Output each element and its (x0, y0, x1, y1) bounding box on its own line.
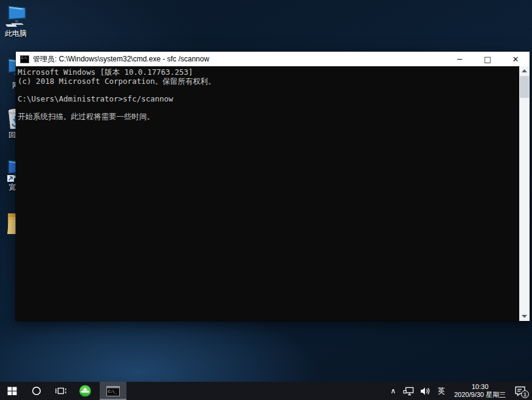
window-titlebar[interactable]: 管理员: C:\Windows\system32\cmd.exe - sfc /… (16, 52, 530, 66)
taskbar: C:\_ ∧ 英 10:30 (0, 382, 532, 400)
console-line (18, 86, 517, 95)
desktop-icon-label: 此电脑 (0, 30, 32, 38)
system-tray: ∧ 英 10:30 2020/9/30 星期三 (386, 382, 532, 400)
scrollbar-thumb[interactable] (520, 76, 529, 98)
notification-badge: 1 (521, 390, 529, 398)
desktop-icon-this-pc[interactable]: 此电脑 (0, 3, 32, 38)
cmd-window: 管理员: C:\Windows\system32\cmd.exe - sfc /… (16, 52, 530, 321)
volume-tray-icon[interactable] (417, 382, 434, 400)
console-line: C:\Users\Administrator>sfc/scannow (18, 95, 517, 104)
close-button[interactable]: ✕ (502, 52, 530, 66)
taskbar-cmd-button[interactable]: C:\_ (100, 382, 126, 400)
clock[interactable]: 10:30 2020/9/30 星期三 (449, 382, 511, 400)
task-view-button[interactable] (49, 382, 73, 400)
console-line: 开始系统扫描。此过程将需要一些时间。 (18, 112, 517, 122)
search-button[interactable] (24, 382, 49, 400)
this-pc-icon (0, 3, 32, 29)
clock-time: 10:30 (472, 383, 489, 391)
svg-text:C:\_: C:\_ (108, 388, 117, 393)
desktop: 此电脑 网 回收 (0, 0, 532, 400)
console-line: Microsoft Windows [版本 10.0.17763.253] (18, 68, 517, 77)
browser-button[interactable] (73, 382, 97, 400)
window-title: 管理员: C:\Windows\system32\cmd.exe - sfc /… (33, 54, 446, 64)
cmd-app-icon (20, 55, 29, 63)
start-button[interactable] (0, 382, 24, 400)
console-line (18, 103, 517, 112)
language-indicator[interactable]: 英 (434, 382, 449, 400)
hidden-icons-chevron[interactable]: ∧ (386, 382, 400, 400)
clock-date: 2020/9/30 星期三 (454, 391, 506, 399)
console-output[interactable]: Microsoft Windows [版本 10.0.17763.253] (c… (16, 66, 530, 321)
minimize-button[interactable]: ─ (446, 52, 474, 66)
maximize-button[interactable]: □ (474, 52, 502, 66)
scrollbar-down-arrow-icon[interactable] (519, 312, 530, 321)
console-scrollbar[interactable] (519, 66, 530, 321)
console-line: (c) 2018 Microsoft Corporation。保留所有权利。 (18, 77, 517, 86)
network-tray-icon[interactable] (400, 382, 417, 400)
scrollbar-up-arrow-icon[interactable] (519, 66, 530, 75)
action-center-button[interactable]: 1 (511, 382, 532, 400)
